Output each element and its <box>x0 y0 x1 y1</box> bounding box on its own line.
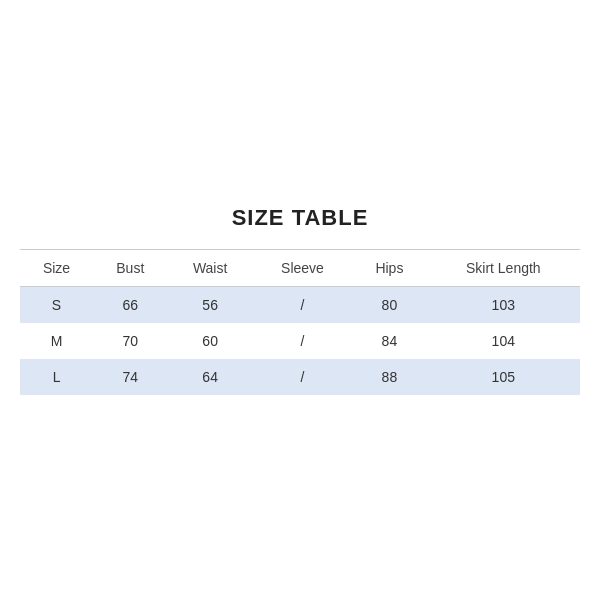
cell-r1-c2: 60 <box>167 323 252 359</box>
size-table: SizeBustWaistSleeveHipsSkirt Length S665… <box>20 249 580 395</box>
cell-r0-c2: 56 <box>167 287 252 324</box>
page-title: SIZE TABLE <box>20 205 580 231</box>
main-container: SIZE TABLE SizeBustWaistSleeveHipsSkirt … <box>20 205 580 395</box>
cell-r1-c5: 104 <box>427 323 580 359</box>
cell-r2-c0: L <box>20 359 93 395</box>
header-row: SizeBustWaistSleeveHipsSkirt Length <box>20 250 580 287</box>
header-col-4: Hips <box>352 250 426 287</box>
table-row: M7060/84104 <box>20 323 580 359</box>
header-col-2: Waist <box>167 250 252 287</box>
cell-r2-c2: 64 <box>167 359 252 395</box>
cell-r2-c1: 74 <box>93 359 167 395</box>
cell-r2-c4: 88 <box>352 359 426 395</box>
cell-r0-c3: / <box>253 287 352 324</box>
cell-r2-c5: 105 <box>427 359 580 395</box>
table-body: S6656/80103M7060/84104L7464/88105 <box>20 287 580 396</box>
cell-r0-c0: S <box>20 287 93 324</box>
header-col-5: Skirt Length <box>427 250 580 287</box>
cell-r0-c4: 80 <box>352 287 426 324</box>
cell-r1-c1: 70 <box>93 323 167 359</box>
cell-r1-c3: / <box>253 323 352 359</box>
table-row: S6656/80103 <box>20 287 580 324</box>
cell-r1-c4: 84 <box>352 323 426 359</box>
header-col-1: Bust <box>93 250 167 287</box>
cell-r1-c0: M <box>20 323 93 359</box>
cell-r0-c1: 66 <box>93 287 167 324</box>
cell-r2-c3: / <box>253 359 352 395</box>
header-col-3: Sleeve <box>253 250 352 287</box>
table-header: SizeBustWaistSleeveHipsSkirt Length <box>20 250 580 287</box>
table-row: L7464/88105 <box>20 359 580 395</box>
cell-r0-c5: 103 <box>427 287 580 324</box>
header-col-0: Size <box>20 250 93 287</box>
